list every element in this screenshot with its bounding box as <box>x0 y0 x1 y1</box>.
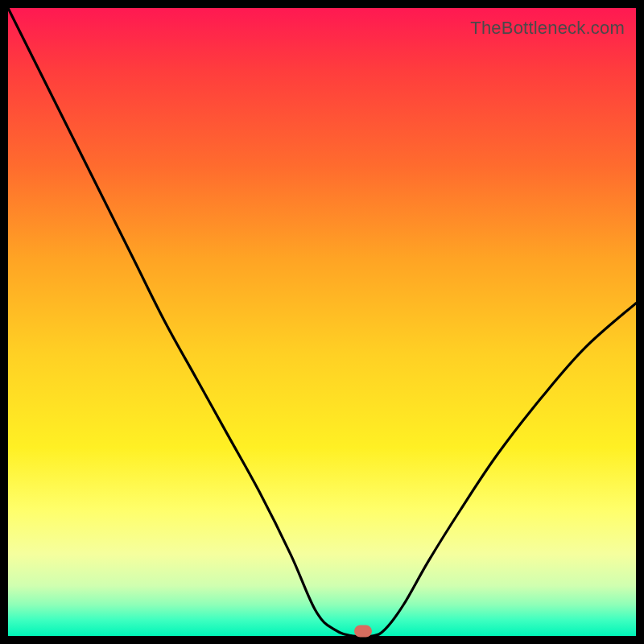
plot-area: TheBottleneck.com <box>8 8 636 636</box>
curve-svg <box>8 8 636 636</box>
bottleneck-marker <box>354 625 372 638</box>
bottleneck-curve-path <box>8 8 636 636</box>
chart-container: TheBottleneck.com <box>0 0 644 644</box>
